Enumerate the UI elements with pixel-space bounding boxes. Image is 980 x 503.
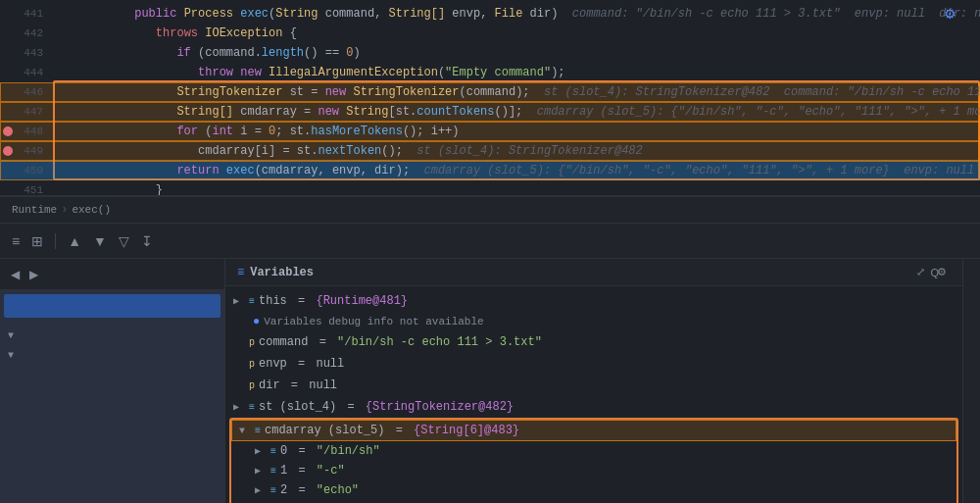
var-eq-command: = (312, 335, 333, 349)
toolbar-row: ≡ ⊞ ▲ ▼ ▽ ↧ (0, 224, 980, 259)
debug-info-text: Variables debug info not available (264, 316, 483, 327)
sidebar-arrow-row-1: ▼ (4, 326, 220, 345)
var-value-cmdarray: {String[6]@483} (414, 424, 519, 437)
gear-button[interactable]: ⚙ (944, 6, 956, 22)
code-line-451[interactable]: 451 } (0, 180, 980, 196)
expand-child-0: ▶ (255, 445, 267, 457)
expand-cmdarray: ▼ (239, 426, 251, 436)
var-name-command: command (259, 335, 308, 349)
toolbar-export-button[interactable]: ↧ (137, 229, 157, 253)
cmdarray-children: ▶ ≡ 0 = "/bin/sh" ▶ ≡ 1 = "-c" ▶ (231, 441, 956, 503)
var-item-this[interactable]: ▶ ≡ this = {Runtime@481} (225, 290, 962, 312)
toolbar-menu-button[interactable]: ≡ (8, 229, 24, 253)
cmdarray-box: ▼ ≡ cmdarray (slot_5) = {String[6]@483} … (229, 418, 958, 503)
variables-icon: ≡ (237, 266, 244, 279)
type-icon-this: ≡ (249, 296, 255, 307)
var-value-dir: null (309, 378, 337, 392)
var-name-envp: envp (259, 357, 287, 371)
expand-this: ▶ (233, 295, 245, 307)
expand-st: ▶ (233, 401, 245, 413)
var-value-this: {Runtime@481} (316, 294, 408, 308)
toolbar-down-button[interactable]: ▼ (89, 229, 111, 253)
type-icon-envp: p (249, 359, 255, 370)
breadcrumb-separator: › (61, 203, 68, 217)
var-item-cmdarray[interactable]: ▼ ≡ cmdarray (slot_5) = {String[6]@483} (231, 420, 956, 441)
toolbar-grid-button[interactable]: ⊞ (27, 229, 47, 253)
child-eq-1: = (291, 464, 313, 478)
code-editor: 441 public Process exec(String command, … (0, 0, 980, 196)
var-item-envp[interactable]: p envp = null (225, 353, 962, 375)
line-num-444: 444 (16, 67, 53, 78)
panel-header: ≡ Variables ⤢ ⚙ (225, 259, 962, 286)
var-value-command: "/bin/sh -c echo 111 > 3.txt" (337, 335, 542, 349)
line-num-448: 448 (16, 126, 53, 137)
type-icon-dir: p (249, 380, 255, 391)
var-item-command[interactable]: p command = "/bin/sh -c echo 111 > 3.txt… (225, 331, 962, 353)
type-icon-command: p (249, 337, 255, 348)
search-button[interactable]: Q (926, 265, 943, 280)
type-icon-cmdarray: ≡ (255, 426, 261, 436)
code-lines: 441 public Process exec(String command, … (0, 0, 980, 196)
sidebar-back-button[interactable]: ◀ (8, 265, 23, 284)
var-name-dir: dir (259, 378, 280, 392)
panel-title: Variables (250, 266, 314, 279)
var-name-this: this (259, 294, 287, 308)
variables-panel: ≡ Variables ⤢ ⚙ ▶ ≡ this = {Runtime@481}… (225, 259, 962, 503)
info-icon: ● (253, 315, 260, 328)
line-num-441: 441 (16, 8, 53, 20)
breadcrumb-bar: Runtime › exec() (0, 196, 980, 224)
breadcrumb-exec[interactable]: exec() (72, 204, 111, 216)
cmdarray-child-1[interactable]: ▶ ≡ 1 = "-c" (255, 461, 949, 480)
right-sidebar (962, 259, 980, 503)
var-value-st: {StringTokenizer@482} (366, 400, 514, 414)
sidebar-forward-button[interactable]: ▶ (26, 265, 41, 284)
sidebar-arrow-row-2: ▼ (4, 345, 220, 365)
sidebar-blue-bar (4, 294, 220, 318)
toolbar-filter-button[interactable]: ▽ (115, 229, 133, 253)
child-index-2: 2 (280, 483, 287, 497)
breadcrumb-runtime[interactable]: Runtime (12, 204, 57, 216)
var-name-st: st (slot_4) (259, 400, 336, 414)
var-eq-this: = (291, 294, 313, 308)
expand-child-1: ▶ (255, 465, 267, 477)
child-value-1: "-c" (317, 464, 345, 478)
child-index-1: 1 (280, 464, 287, 478)
var-item-st[interactable]: ▶ ≡ st (slot_4) = {StringTokenizer@482} (225, 396, 962, 418)
debug-info-row: ● Variables debug info not available (225, 312, 962, 331)
child-value-0: "/bin/sh" (317, 444, 380, 458)
sidebar-content: ▼ ▼ (0, 290, 224, 503)
var-eq-envp: = (291, 357, 313, 371)
child-eq-0: = (291, 444, 313, 458)
line-content-451: } (53, 170, 980, 196)
left-sidebar: ◀ ▶ ▼ ▼ (0, 259, 225, 503)
expand-child-2: ▶ (255, 484, 267, 496)
type-icon-child-2: ≡ (270, 485, 276, 496)
cmdarray-child-2[interactable]: ▶ ≡ 2 = "echo" (255, 480, 949, 500)
var-name-cmdarray: cmdarray (slot_5) (265, 424, 384, 437)
type-icon-child-1: ≡ (270, 466, 276, 477)
breakpoint-448 (0, 126, 16, 136)
var-eq-cmdarray: = (388, 424, 410, 437)
child-eq-2: = (291, 483, 313, 497)
line-num-451: 451 (16, 184, 53, 196)
var-eq-st: = (340, 400, 362, 414)
cmdarray-child-0[interactable]: ▶ ≡ 0 = "/bin/sh" (255, 441, 949, 461)
bottom-panel: ◀ ▶ ▼ ▼ ≡ Variables ⤢ ⚙ (0, 259, 980, 503)
arrow-down-icon: ▼ (8, 330, 14, 341)
child-index-0: 0 (280, 444, 287, 458)
toolbar-separator (55, 233, 56, 249)
child-value-2: "echo" (317, 483, 359, 497)
line-num-447: 447 (16, 106, 53, 118)
toolbar-up-button[interactable]: ▲ (64, 229, 85, 253)
line-num-443: 443 (16, 47, 53, 59)
line-num-442: 442 (16, 27, 53, 39)
type-icon-child-0: ≡ (270, 446, 276, 457)
line-num-449: 449 (16, 145, 53, 157)
var-value-envp: null (316, 357, 344, 371)
var-eq-dir: = (284, 378, 306, 392)
sidebar-arrows: ▼ ▼ (0, 322, 224, 369)
line-num-450: 450 (16, 165, 53, 176)
sidebar-controls: ◀ ▶ (0, 259, 224, 290)
bp-dot-448 (3, 126, 13, 136)
var-item-dir[interactable]: p dir = null (225, 375, 962, 396)
